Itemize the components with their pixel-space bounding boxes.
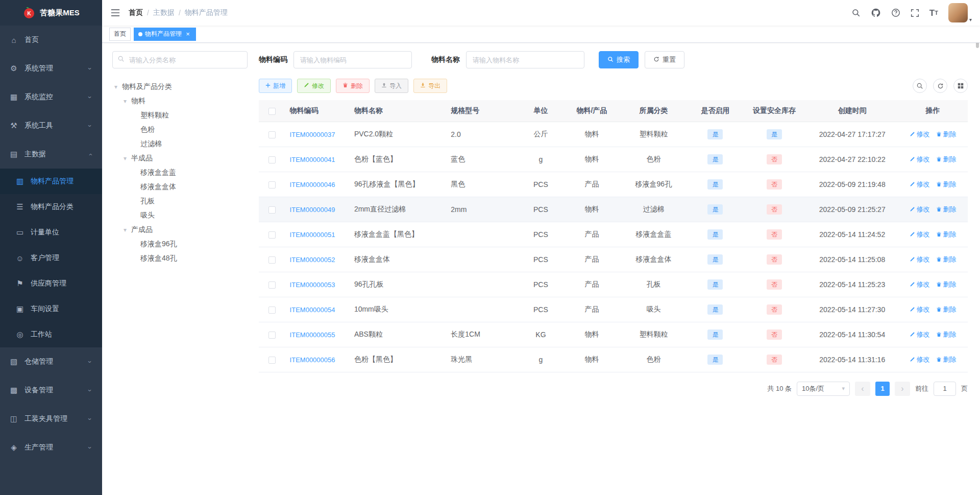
github-icon[interactable] [871, 8, 881, 18]
material-code-link[interactable]: ITEM00000037 [290, 131, 335, 138]
sidebar-item-material-product-management[interactable]: ▥物料产品管理 [0, 169, 102, 194]
material-code-link[interactable]: ITEM00000051 [290, 231, 335, 239]
grid-columns-icon[interactable] [953, 79, 968, 93]
material-code-link[interactable]: ITEM00000052 [290, 256, 335, 264]
row-checkbox[interactable] [268, 332, 276, 339]
delete-row-button[interactable]: 删除 [936, 255, 957, 264]
sidebar-item-workshop-settings[interactable]: ▣车间设置 [0, 296, 102, 322]
close-icon[interactable]: × [184, 31, 191, 38]
page-number-1[interactable]: 1 [875, 382, 890, 396]
sidebar-item-production-management[interactable]: ◈生产管理› [0, 433, 102, 462]
tree-node[interactable]: ▾孔板 [112, 194, 248, 208]
row-checkbox[interactable] [268, 231, 276, 239]
breadcrumb-item[interactable]: 主数据 [153, 8, 175, 17]
sidebar-item-customer-management[interactable]: ☺客户管理 [0, 245, 102, 271]
search-icon[interactable] [851, 8, 861, 17]
row-checkbox[interactable] [268, 281, 276, 289]
sidebar-item-system-admin[interactable]: ⚙系统管理› [0, 54, 102, 83]
page-size-select[interactable]: 10条/页 ▾ [797, 382, 850, 396]
edit-row-button[interactable]: 修改 [910, 180, 930, 189]
refresh-icon[interactable] [933, 79, 947, 93]
material-code-link[interactable]: ITEM00000046 [290, 181, 335, 188]
sidebar-item-supplier-management[interactable]: ⚑供应商管理 [0, 271, 102, 296]
tree-node[interactable]: ▾产成品 [112, 223, 248, 237]
sidebar-item-material-product-category[interactable]: ☰物料产品分类 [0, 194, 102, 220]
edit-row-button[interactable]: 修改 [910, 155, 930, 164]
select-all-checkbox[interactable] [268, 108, 276, 115]
edit-row-button[interactable]: 修改 [910, 330, 930, 339]
search-button[interactable]: 搜索 [599, 51, 639, 68]
row-checkbox[interactable] [268, 357, 276, 364]
delete-row-button[interactable]: 删除 [936, 305, 957, 314]
row-checkbox[interactable] [268, 256, 276, 264]
edit-row-button[interactable]: 修改 [910, 305, 930, 314]
reset-button[interactable]: 重置 [645, 51, 684, 68]
tree-node[interactable]: ▾半成品 [112, 151, 248, 166]
app-logo[interactable]: K 苦糖果MES [0, 0, 102, 26]
delete-row-button[interactable]: 删除 [936, 230, 957, 239]
tree-node[interactable]: ▾物料 [112, 94, 248, 108]
add-button[interactable]: 新增 [259, 79, 292, 93]
export-button[interactable]: 导出 [413, 79, 447, 93]
caret-down-icon[interactable]: ▾ [121, 226, 129, 233]
sidebar-item-home[interactable]: ⌂首页 [0, 26, 102, 54]
sidebar-item-fixture-management[interactable]: ◫工装夹具管理› [0, 405, 102, 433]
fullscreen-icon[interactable] [911, 9, 919, 17]
row-checkbox[interactable] [268, 156, 276, 163]
sidebar-item-equipment-management[interactable]: ▩设备管理› [0, 376, 102, 405]
prev-page-button[interactable]: ‹ [855, 382, 870, 396]
sidebar-item-master-data[interactable]: ▤主数据› [0, 140, 102, 169]
tree-node[interactable]: ▾移液盒盒盖 [112, 166, 248, 180]
edit-row-button[interactable]: 修改 [910, 255, 930, 264]
material-code-link[interactable]: ITEM00000049 [290, 206, 335, 214]
goto-page-input[interactable] [934, 382, 956, 396]
delete-row-button[interactable]: 删除 [936, 180, 957, 189]
tree-node[interactable]: ▾色粉 [112, 123, 248, 137]
material-code-link[interactable]: ITEM00000055 [290, 331, 335, 339]
tree-node[interactable]: ▾物料及产品分类 [112, 80, 248, 94]
tree-node[interactable]: ▾移液盒48孔 [112, 251, 248, 266]
sidebar-item-system-monitor[interactable]: ▦系统监控› [0, 83, 102, 111]
delete-row-button[interactable]: 删除 [936, 355, 957, 364]
help-icon[interactable] [891, 8, 900, 17]
edit-button[interactable]: 修改 [297, 79, 331, 93]
material-code-link[interactable]: ITEM00000054 [290, 306, 335, 314]
edit-row-button[interactable]: 修改 [910, 280, 930, 289]
edit-row-button[interactable]: 修改 [910, 130, 930, 139]
edit-row-button[interactable]: 修改 [910, 355, 930, 364]
material-code-link[interactable]: ITEM00000041 [290, 156, 335, 163]
sidebar-item-workstation[interactable]: ◎工作站 [0, 322, 102, 347]
delete-row-button[interactable]: 删除 [936, 330, 957, 339]
material-code-input[interactable] [293, 51, 412, 68]
caret-down-icon[interactable]: ▾ [121, 98, 129, 105]
material-name-input[interactable] [466, 51, 584, 68]
import-button[interactable]: 导入 [375, 79, 408, 93]
edit-row-button[interactable]: 修改 [910, 230, 930, 239]
delete-row-button[interactable]: 删除 [936, 130, 957, 139]
tree-node[interactable]: ▾过滤棉 [112, 137, 248, 151]
tree-node[interactable]: ▾塑料颗粒 [112, 108, 248, 123]
sidebar-item-warehouse-management[interactable]: ▧仓储管理› [0, 347, 102, 376]
delete-row-button[interactable]: 删除 [936, 155, 957, 164]
row-checkbox[interactable] [268, 206, 276, 214]
edit-row-button[interactable]: 修改 [910, 205, 930, 214]
delete-row-button[interactable]: 删除 [936, 280, 957, 289]
caret-down-icon[interactable]: ▾ [121, 155, 129, 162]
tree-node[interactable]: ▾移液盒盒体 [112, 180, 248, 194]
category-search-input[interactable] [112, 51, 248, 68]
delete-button[interactable]: 删除 [336, 79, 370, 93]
breadcrumb-item[interactable]: 首页 [129, 8, 143, 17]
hamburger-icon[interactable] [110, 8, 120, 18]
next-page-button[interactable]: › [895, 382, 910, 396]
tree-node[interactable]: ▾移液盒96孔 [112, 237, 248, 251]
tab-home[interactable]: 首页 [109, 28, 131, 41]
material-code-link[interactable]: ITEM00000053 [290, 281, 335, 289]
tree-node[interactable]: ▾吸头 [112, 208, 248, 223]
delete-row-button[interactable]: 删除 [936, 205, 957, 214]
sidebar-item-measure-unit[interactable]: ▭计量单位 [0, 220, 102, 245]
tab-material-product-management[interactable]: 物料产品管理 × [134, 28, 196, 41]
font-size-icon[interactable]: TT [929, 9, 938, 17]
row-checkbox[interactable] [268, 307, 276, 314]
row-checkbox[interactable] [268, 131, 276, 138]
user-avatar[interactable]: ▾ [948, 3, 972, 22]
